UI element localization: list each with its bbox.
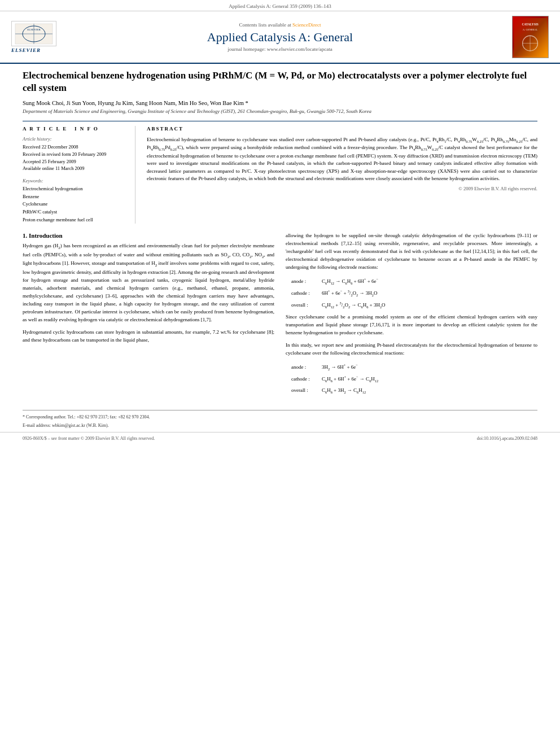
authors: Sung Mook Choi, Ji Sun Yoon, Hyung Ju Ki… xyxy=(23,100,537,106)
svg-text:ELSEVIER: ELSEVIER xyxy=(27,28,41,31)
keyword-1: Electrochemical hydrogenation xyxy=(23,185,126,193)
keyword-2: Benzene xyxy=(23,193,126,201)
history-label: Article history: xyxy=(23,136,126,142)
equations-set2: anode : 3H2 → 6H+ + 6e− cathode : C6H6 +… xyxy=(286,362,537,395)
affiliation: Department of Materials Science and Engi… xyxy=(23,108,537,114)
journal-title-banner: Applied Catalysis A: General xyxy=(68,30,492,45)
sciencedirect-link[interactable]: ScienceDirect xyxy=(292,22,321,28)
article-title: Electrochemical benzene hydrogenation us… xyxy=(23,69,537,94)
revised-date: Received in revised form 20 February 200… xyxy=(23,151,126,158)
eq-content-cathode1: 6H+ + 6e− + 3/2O2 → 3H2O xyxy=(322,288,377,298)
sciencedirect-line: Contents lists available at ScienceDirec… xyxy=(68,22,492,28)
info-abstract-section: A R T I C L E I N F O Article history: R… xyxy=(23,121,537,224)
copyright-line: © 2009 Elsevier B.V. All rights reserved… xyxy=(147,186,537,191)
keywords-block: Keywords: Electrochemical hydrogenation … xyxy=(23,178,126,224)
eq-label-overall2: overall : xyxy=(291,386,320,395)
accepted-date: Accepted 25 February 2009 xyxy=(23,158,126,165)
eq-cathode-1: cathode : 6H+ + 6e− + 3/2O2 → 3H2O xyxy=(291,288,537,298)
eq-label-anode2: anode : xyxy=(291,362,320,372)
article-history-block: Article history: Received 22 December 20… xyxy=(23,136,126,172)
article-content: Electrochemical benzene hydrogenation us… xyxy=(0,64,560,404)
eq-label-overall1: overall : xyxy=(291,300,320,309)
eq-overall-2: overall : C6H6 + 3H2 → C6H12 xyxy=(291,386,537,395)
body-para-4: Since cyclohexane could be a promising m… xyxy=(286,313,537,337)
journal-banner: ELSEVIER ELSEVIER Contents lists availab… xyxy=(0,11,560,64)
abstract-text: Electrochemical hydrogenation of benzene… xyxy=(147,136,537,182)
body-col-right: allowing the hydrogen to be supplied on-… xyxy=(286,232,537,399)
equations-set1: anode : C6H12 → C6H6 + 6H+ + 6e− cathode… xyxy=(286,276,537,310)
intro-title: 1. Introduction xyxy=(23,232,274,239)
article-info-col: A R T I C L E I N F O Article history: R… xyxy=(23,126,135,224)
svg-text:CATALYSIS: CATALYSIS xyxy=(522,23,538,26)
elsevier-text: ELSEVIER xyxy=(11,47,41,53)
page: Applied Catalysis A: General 359 (2009) … xyxy=(0,0,560,747)
issn-notice: 0926-860X/$ – see front matter © 2009 El… xyxy=(23,436,155,441)
body-col-left: 1. Introduction Hydrogen gas (H2) has be… xyxy=(23,232,274,399)
footer-section: * Corresponding author. Tel.: +82 62 970… xyxy=(23,410,537,429)
body-section: 1. Introduction Hydrogen gas (H2) has be… xyxy=(23,232,537,399)
top-journal-bar: Applied Catalysis A: General 359 (2009) … xyxy=(0,0,560,11)
journal-title-area: Contents lists available at ScienceDirec… xyxy=(68,22,492,52)
journal-cover-area: CATALYSIS A: GENERAL xyxy=(492,16,549,58)
article-info-header: A R T I C L E I N F O xyxy=(23,126,126,132)
body-para-1: Hydrogen gas (H2) has been recognized as… xyxy=(23,242,274,324)
footer-bottom: 0926-860X/$ – see front matter © 2009 El… xyxy=(0,432,560,444)
corresponding-author-note: * Corresponding author. Tel.: +82 62 970… xyxy=(23,414,537,421)
elsevier-logo-image: ELSEVIER xyxy=(11,21,56,46)
email-note: E-mail address: wbkim@gist.ac.kr (W.B. K… xyxy=(23,422,537,429)
keyword-5: Proton exchange membrane fuel cell xyxy=(23,216,126,224)
eq-content-overall2: C6H6 + 3H2 → C6H12 xyxy=(322,386,366,395)
eq-anode-1: anode : C6H12 → C6H6 + 6H+ + 6e− xyxy=(291,276,537,286)
body-para-3: allowing the hydrogen to be supplied on-… xyxy=(286,232,537,272)
body-para-2: Hydrogenated cyclic hydrocarbons can sto… xyxy=(23,329,274,344)
body-para-5: In this study, we report new and promisi… xyxy=(286,342,537,357)
keyword-3: Cyclohexane xyxy=(23,200,126,208)
journal-homepage: journal homepage: www.elsevier.com/locat… xyxy=(68,46,492,52)
eq-label-cathode2: cathode : xyxy=(291,374,320,383)
eq-label-anode1: anode : xyxy=(291,277,320,286)
doi: doi:10.1016/j.apcata.2009.02.048 xyxy=(477,436,537,441)
elsevier-logo: ELSEVIER ELSEVIER xyxy=(11,21,68,53)
eq-content-cathode2: C6H6 + 6H+ + 6e− → C6H12 xyxy=(322,374,378,384)
keyword-4: PtRhW/C catalyst xyxy=(23,208,126,216)
elsevier-logo-area: ELSEVIER ELSEVIER xyxy=(11,21,68,53)
keywords-label: Keywords: xyxy=(23,178,126,184)
received-date: Received 22 December 2008 xyxy=(23,143,126,151)
eq-label-cathode1: cathode : xyxy=(291,289,320,298)
eq-overall-1: overall : C6H12 + 3/2O2 → C6H6 + 3H2O xyxy=(291,300,537,310)
eq-content-anode1: C6H12 → C6H6 + 6H+ + 6e− xyxy=(322,276,378,286)
eq-cathode-2: cathode : C6H6 + 6H+ + 6e− → C6H12 xyxy=(291,374,537,384)
available-date: Available online 11 March 2009 xyxy=(23,165,126,172)
journal-citation: Applied Catalysis A: General 359 (2009) … xyxy=(229,3,331,9)
abstract-col: ABSTRACT Electrochemical hydrogenation o… xyxy=(147,126,537,224)
eq-content-anode2: 3H2 → 6H+ + 6e− xyxy=(322,362,358,372)
eq-content-overall1: C6H12 + 3/2O2 → C6H6 + 3H2O xyxy=(322,300,386,310)
eq-anode-2: anode : 3H2 → 6H+ + 6e− xyxy=(291,362,537,372)
svg-text:A: GENERAL: A: GENERAL xyxy=(523,28,538,31)
sciencedirect-label: Contents lists available at xyxy=(239,22,291,28)
abstract-header: ABSTRACT xyxy=(147,126,537,132)
journal-cover-image: CATALYSIS A: GENERAL xyxy=(512,16,549,58)
